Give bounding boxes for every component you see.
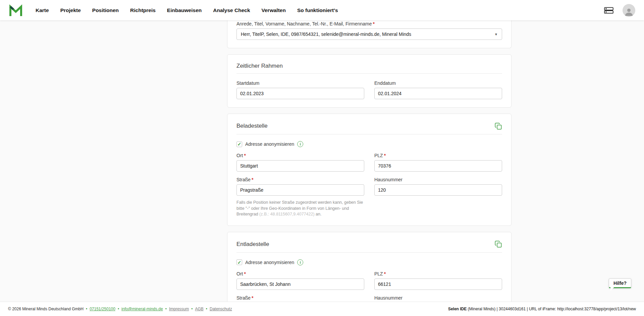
- entladestelle-header: Entladestelle: [236, 240, 502, 253]
- required-asterisk: *: [373, 21, 375, 26]
- datenschutz-link[interactable]: Datenschutz: [210, 307, 232, 311]
- separator-dot: •: [86, 307, 87, 311]
- plz-label-text: PLZ: [374, 153, 383, 158]
- phone-link[interactable]: 07151/250100: [90, 307, 115, 311]
- duplicate-icon[interactable]: [494, 122, 502, 130]
- hausnummer-field: Hausnummer: [374, 295, 502, 302]
- brand-logo[interactable]: [9, 4, 23, 17]
- ort-field: Ort*: [236, 153, 364, 172]
- strasse-field: Straße*: [236, 295, 364, 302]
- contact-field: Anrede, Titel, Vorname, Nachname, Tel.-N…: [236, 21, 502, 40]
- server-icon[interactable]: [603, 6, 614, 15]
- project-form: Anrede, Titel, Vorname, Nachname, Tel.-N…: [227, 20, 512, 302]
- timeframe-card: Zeitlicher Rahmen Startdatum Enddatum: [227, 54, 512, 108]
- anonymize-label: Adresse anonymisieren: [245, 141, 294, 147]
- contact-selected-value: Herr, TitelP, Selen, IDE, 0987/654321, s…: [241, 31, 411, 37]
- plz-label: PLZ*: [374, 153, 502, 158]
- startdatum-input[interactable]: [236, 88, 364, 99]
- contact-label-text: Anrede, Titel, Vorname, Nachname, Tel.-N…: [236, 21, 372, 26]
- nav-item-verwalten[interactable]: Verwalten: [262, 7, 286, 13]
- ort-label-text: Ort: [236, 271, 243, 276]
- strasse-label-text: Straße: [236, 177, 251, 182]
- timeframe-header: Zeitlicher Rahmen: [236, 63, 502, 74]
- session-user: Selen IDE: [448, 307, 467, 311]
- anonymize-checkbox[interactable]: ✓: [236, 259, 242, 265]
- beladestelle-title: Beladestelle: [236, 123, 268, 129]
- beladestelle-card: Beladestelle ✓ Adresse anonymisieren i O…: [227, 114, 512, 226]
- hausnummer-label: Hausnummer: [374, 295, 502, 301]
- contact-card: Anrede, Titel, Vorname, Nachname, Tel.-N…: [227, 20, 512, 48]
- timeframe-title: Zeitlicher Rahmen: [236, 63, 283, 69]
- plz-input[interactable]: [374, 278, 502, 290]
- help-button[interactable]: Hilfe?: [609, 278, 631, 288]
- strasse-label-text: Straße: [236, 295, 251, 301]
- person-icon: [624, 7, 634, 17]
- plz-input[interactable]: [374, 160, 502, 172]
- nav-item-karte[interactable]: Karte: [36, 7, 49, 13]
- beladestelle-header: Beladestelle: [236, 122, 502, 134]
- beladestelle-grid: Ort* PLZ* Straße* Hausnu: [236, 153, 502, 217]
- ort-label-text: Ort: [236, 153, 243, 158]
- startdatum-field: Startdatum: [236, 80, 364, 99]
- ort-field: Ort*: [236, 271, 364, 290]
- copyright-text: © 2026 Mineral Minds Deutschland GmbH: [8, 307, 84, 311]
- separator-dot: •: [206, 307, 207, 311]
- entladestelle-card: Entladestelle ✓ Adresse anonymisieren i …: [227, 232, 512, 302]
- plz-field: PLZ*: [374, 153, 502, 172]
- hint-example: (z.B.: 48.8115607,9.4077422): [259, 212, 314, 216]
- hausnummer-field: Hausnummer: [374, 177, 502, 196]
- entladestelle-title: Entladestelle: [236, 241, 269, 248]
- contact-label: Anrede, Titel, Vorname, Nachname, Tel.-N…: [236, 21, 502, 26]
- footer-left: © 2026 Mineral Minds Deutschland GmbH • …: [8, 307, 232, 311]
- separator-dot: •: [191, 307, 193, 311]
- ort-label: Ort*: [236, 153, 364, 158]
- nav-item-projekte[interactable]: Projekte: [60, 7, 81, 13]
- session-details: (Mineral Minds) | 30244603d161 | URL of …: [467, 307, 636, 311]
- entladestelle-grid: Ort* PLZ* Straße*: [236, 271, 502, 302]
- separator-dot: •: [118, 307, 119, 311]
- strasse-label: Straße*: [236, 177, 364, 182]
- footer: © 2026 Mineral Minds Deutschland GmbH • …: [0, 302, 644, 316]
- mineral-minds-logo-icon: [9, 4, 23, 17]
- ort-label: Ort*: [236, 271, 364, 276]
- nav-item-analyse-check[interactable]: Analyse Check: [213, 7, 250, 13]
- plz-label-text: PLZ: [374, 271, 383, 276]
- ort-input[interactable]: [236, 278, 364, 290]
- nav-item-positionen[interactable]: Positionen: [92, 7, 119, 13]
- email-link[interactable]: info@mineral-minds.de: [121, 307, 163, 311]
- nav-item-so-funktionierts[interactable]: So funktioniert's: [297, 7, 338, 13]
- duplicate-icon[interactable]: [494, 240, 502, 248]
- required-asterisk: *: [244, 153, 246, 158]
- nav-item-einbauweisen[interactable]: Einbauweisen: [167, 7, 202, 13]
- impressum-link[interactable]: Impressum: [169, 307, 189, 311]
- beladestelle-anonymize-row: ✓ Adresse anonymisieren i: [236, 141, 502, 147]
- required-asterisk: *: [244, 271, 246, 276]
- contact-select[interactable]: Herr, TitelP, Selen, IDE, 0987/654321, s…: [236, 28, 502, 40]
- required-asterisk: *: [384, 271, 386, 276]
- timeframe-grid: Startdatum Enddatum: [236, 80, 502, 99]
- nav-item-richtpreis[interactable]: Richtpreis: [130, 7, 156, 13]
- hint-text-end: an.: [315, 212, 322, 216]
- strasse-label: Straße*: [236, 295, 364, 301]
- user-avatar[interactable]: [623, 4, 635, 17]
- ort-input[interactable]: [236, 160, 364, 172]
- strasse-field: Straße*: [236, 177, 364, 196]
- required-asterisk: *: [384, 153, 386, 158]
- required-asterisk: *: [252, 177, 253, 182]
- info-icon[interactable]: i: [297, 141, 303, 147]
- info-icon[interactable]: i: [297, 259, 303, 265]
- enddatum-label: Enddatum: [374, 80, 502, 86]
- plz-field: PLZ*: [374, 271, 502, 290]
- agb-link[interactable]: AGB: [195, 307, 203, 311]
- chevron-down-icon: ▼: [494, 33, 498, 36]
- strasse-input[interactable]: [236, 184, 364, 196]
- plz-label: PLZ*: [374, 271, 502, 276]
- enddatum-input[interactable]: [374, 88, 502, 99]
- anonymize-checkbox[interactable]: ✓: [236, 141, 242, 147]
- startdatum-label: Startdatum: [236, 80, 364, 86]
- required-asterisk: *: [252, 295, 253, 301]
- strasse-hint: Falls die Position keiner Straße zugeord…: [236, 200, 364, 217]
- hausnummer-label: Hausnummer: [374, 177, 502, 182]
- main-nav: Karte Projekte Positionen Richtpreis Ein…: [36, 7, 338, 13]
- hausnummer-input[interactable]: [374, 184, 502, 196]
